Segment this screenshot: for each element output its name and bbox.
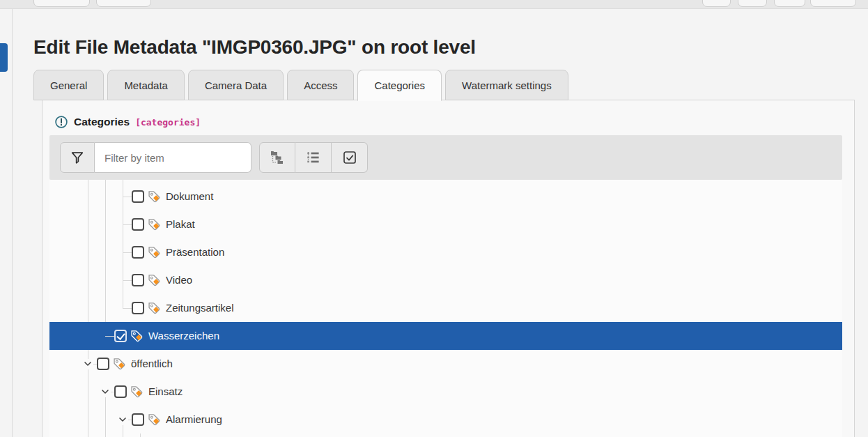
left-panel-divider [12,9,13,437]
tab-categories[interactable]: Categories [357,70,442,101]
tab-general[interactable]: General [33,70,104,100]
field-code-name: [categories] [135,117,201,128]
tree-guide-elbow [128,420,132,420]
tag-icon [113,357,127,374]
exclamation-circle-icon [54,115,68,129]
filter-button[interactable] [60,142,95,173]
toolbar-button[interactable] [33,0,90,7]
checkbox-checked[interactable] [114,330,127,342]
list-view-icon [305,149,322,166]
tree-row[interactable]: Alarmierung [49,406,842,434]
tree-guide-elbow [123,308,132,309]
tree-item-label: Wasserzeichen [148,322,219,350]
tree-item-label: Plakat [166,210,195,238]
checkbox[interactable] [132,413,144,426]
tree-guide-line [88,180,88,322]
tree-guide-line [105,180,106,322]
tree-item-label: öffentlich [131,350,173,378]
tree-row[interactable]: Präsentation [49,238,842,266]
tree-view-buttons [259,142,368,173]
toolbar-button[interactable] [96,0,151,7]
toolbar-button[interactable] [702,0,731,7]
tree-item-label: Dokument [166,183,213,210]
tree-guide-line [105,397,106,437]
tag-icon [148,413,162,429]
tree-guide-elbow [105,336,114,337]
checkbox[interactable] [132,274,144,286]
checkbox[interactable] [132,302,144,314]
funnel-icon [70,150,85,165]
tree-guide-elbow [123,252,132,253]
tree-guide-elbow [123,280,132,281]
tag-icon [148,273,162,290]
tree-row[interactable]: Dokument [49,183,842,210]
tab-access[interactable]: Access [287,70,354,100]
metadata-tabbar: General Metadata Camera Data Access Cate… [33,70,568,101]
tree-guide-line [123,425,123,437]
tree-guide-elbow [111,392,114,392]
checkbox[interactable] [132,190,144,203]
list-view-button[interactable] [295,142,332,173]
tree-guide-line [88,350,88,359]
tree-item-label: Zeitungsartikel [166,294,234,322]
tree-row-selected[interactable]: Wasserzeichen [49,322,842,350]
tree-view-button[interactable] [259,142,295,173]
toolbar-button[interactable] [774,0,805,7]
tree-item-label: Präsentation [166,238,224,266]
toolbar-button[interactable] [810,0,856,7]
field-label-text: Categories [74,116,130,128]
tree-guide-line [88,369,88,437]
tab-camera-data[interactable]: Camera Data [188,70,284,100]
filter-input[interactable] [95,142,251,173]
checkbox[interactable] [132,246,144,259]
tag-icon [130,329,144,346]
tree-filter-bar [49,135,842,180]
checkbox[interactable] [97,358,109,370]
tab-watermark-settings[interactable]: Watermark settings [445,70,568,100]
tree-item-label: Einsatz [148,378,183,406]
tree-guide-line [140,434,141,437]
tree-item-label: Alarmierung [166,406,222,434]
toolbar-button[interactable] [738,0,767,7]
categories-field-label: Categories [categories] [54,115,201,129]
sidebar-accent-tab[interactable] [0,43,8,72]
tree-row[interactable]: Zeitungsartikel [49,294,842,322]
tab-metadata[interactable]: Metadata [107,70,185,100]
tree-row[interactable]: Plakat [49,210,842,238]
tree-guide-elbow [93,364,97,365]
tag-icon [148,301,162,318]
tree-row[interactable]: Video [49,266,842,294]
tag-icon [148,190,162,206]
tag-icon [148,217,162,234]
tag-icon [130,385,144,401]
categories-tab-panel: Categories [categories] [42,100,855,437]
checkbox[interactable] [114,385,127,398]
tree-item-label: Video [166,266,192,294]
page-title: Edit File Metadata "IMGP0360.JPG" on roo… [33,36,476,59]
tag-icon [148,245,162,262]
tree-guide-line [123,180,123,308]
tree-row[interactable]: öffentlich [49,350,842,378]
tree-guide-elbow [123,197,132,197]
tree-guide-elbow [123,224,132,225]
checkbox[interactable] [132,218,144,231]
category-tree: Dokument Plakat Präsentation Video [49,180,842,437]
select-all-checkbox-icon [341,149,358,166]
select-all-button[interactable] [332,142,368,173]
top-toolbar [0,0,868,9]
tree-row[interactable]: Einsatz [49,378,842,406]
tree-view-icon [269,149,286,166]
filter-input-group [60,142,251,173]
